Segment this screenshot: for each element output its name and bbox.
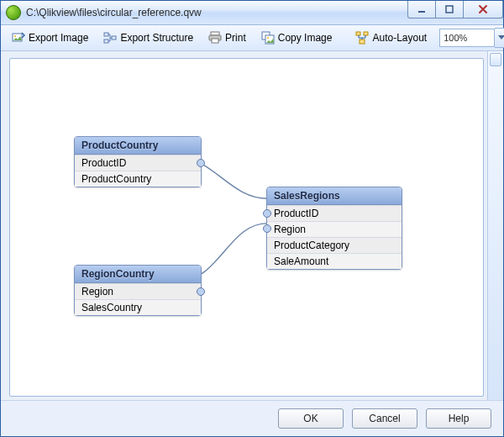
- auto-layout-icon: [355, 31, 369, 45]
- connection-lines: [10, 59, 483, 396]
- copy-image-icon: [261, 31, 275, 45]
- table-header: ProductCountry: [75, 137, 201, 155]
- table-field: ProductCountry: [75, 171, 201, 187]
- cancel-button[interactable]: Cancel: [352, 408, 417, 429]
- svg-rect-15: [360, 39, 365, 44]
- zoom-input[interactable]: 100%: [439, 29, 495, 47]
- export-image-button[interactable]: Export Image: [6, 28, 94, 48]
- svg-rect-0: [418, 11, 425, 13]
- export-structure-icon: [103, 31, 117, 45]
- app-window: C:\Qlikview\files\circular_reference.qvw…: [0, 0, 504, 437]
- window-title: C:\Qlikview\files\circular_reference.qvw: [26, 7, 408, 18]
- table-field: ProductCategory: [267, 237, 402, 253]
- app-icon: [6, 5, 21, 20]
- body-area: ProductCountry ProductID ProductCountry …: [1, 51, 503, 400]
- table-field: Region: [75, 283, 201, 299]
- window-controls: [408, 1, 503, 24]
- export-image-label: Export Image: [29, 32, 88, 44]
- vertical-scrollbar[interactable]: [487, 51, 503, 400]
- export-structure-label: Export Structure: [120, 32, 193, 44]
- close-icon: [477, 4, 489, 14]
- table-field: ProductID: [267, 205, 402, 221]
- auto-layout-label: Auto-Layout: [372, 32, 427, 44]
- print-button[interactable]: Print: [202, 28, 252, 48]
- table-salesregions[interactable]: SalesRegions ProductID Region ProductCat…: [266, 187, 402, 270]
- svg-rect-14: [364, 32, 368, 35]
- svg-rect-4: [104, 33, 108, 36]
- table-field: SalesCountry: [75, 299, 201, 315]
- toolbar: Export Image Export Structure Print Copy…: [1, 25, 503, 51]
- svg-rect-9: [212, 39, 218, 43]
- svg-point-3: [14, 35, 16, 37]
- table-header: RegionCountry: [75, 266, 201, 283]
- copy-image-button[interactable]: Copy Image: [255, 28, 339, 48]
- table-header: SalesRegions: [267, 187, 402, 205]
- canvas-wrap: ProductCountry ProductID ProductCountry …: [1, 51, 487, 400]
- help-button[interactable]: Help: [426, 408, 491, 429]
- svg-rect-5: [104, 39, 108, 43]
- minimize-button[interactable]: [407, 1, 436, 18]
- zoom-dropdown[interactable]: [495, 28, 504, 48]
- maximize-button[interactable]: [435, 1, 464, 18]
- table-viewer-canvas[interactable]: ProductCountry ProductID ProductCountry …: [9, 58, 484, 397]
- table-field: SaleAmount: [267, 253, 402, 269]
- svg-rect-13: [356, 32, 360, 35]
- dialog-button-bar: OK Cancel Help: [1, 400, 503, 436]
- svg-rect-6: [112, 36, 116, 39]
- maximize-icon: [444, 4, 454, 14]
- print-label: Print: [225, 32, 246, 44]
- title-bar: C:\Qlikview\files\circular_reference.qvw: [1, 1, 503, 25]
- table-productcountry[interactable]: ProductCountry ProductID ProductCountry: [74, 136, 202, 187]
- minimize-icon: [417, 4, 427, 14]
- table-regioncountry[interactable]: RegionCountry Region SalesCountry: [74, 265, 202, 316]
- ok-button[interactable]: OK: [278, 408, 344, 429]
- connector-dot: [197, 159, 205, 167]
- connector-dot: [197, 287, 205, 296]
- table-field: Region: [267, 221, 402, 237]
- table-field: ProductID: [75, 155, 201, 171]
- auto-layout-button[interactable]: Auto-Layout: [349, 28, 433, 48]
- export-structure-button[interactable]: Export Structure: [97, 28, 199, 48]
- connector-dot: [263, 209, 271, 218]
- export-image-icon: [12, 31, 25, 45]
- close-button[interactable]: [463, 1, 503, 18]
- connector-dot: [263, 224, 271, 233]
- svg-point-12: [267, 37, 269, 39]
- copy-image-label: Copy Image: [278, 32, 333, 44]
- print-icon: [208, 31, 222, 45]
- svg-rect-1: [446, 6, 453, 13]
- svg-rect-7: [211, 32, 219, 35]
- chevron-down-icon: [498, 35, 504, 40]
